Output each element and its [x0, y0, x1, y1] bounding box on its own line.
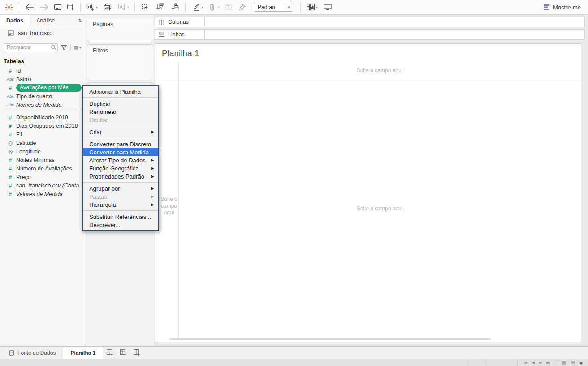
field-name: Nomes de Medida [16, 102, 61, 108]
menu-item-funcao-geografica[interactable]: Função Geográfica ▶ [83, 164, 158, 172]
field-row-avaliacoes-por-mes[interactable]: # Avaliações por Mês [0, 83, 85, 92]
filters-card[interactable]: Filtros [88, 44, 152, 80]
search-input[interactable] [4, 43, 58, 52]
filter-fields-icon[interactable] [61, 45, 67, 51]
drop-field-zone-top[interactable]: Solte o campo aqui [178, 67, 581, 74]
nav-first-icon[interactable]: |◀ [524, 361, 527, 365]
field-name: Tipo de quarto [16, 93, 52, 100]
fit-selector-caret-icon[interactable]: ▼ [285, 3, 293, 11]
menu-item-descrever[interactable]: Descrever... [83, 221, 158, 229]
menu-item-adicionar-a-planilha[interactable]: Adicionar à Planilha [83, 87, 158, 96]
field-row-latitude[interactable]: ◎ Latitude [0, 139, 85, 147]
undo-icon[interactable] [25, 1, 35, 13]
field-row-disponibilidade-2019[interactable]: # Disponibilidade 2019 [0, 113, 85, 122]
field-name: Noites Minimas [16, 157, 54, 163]
view-tiles-icon[interactable]: ▦ [562, 360, 566, 366]
field-row-tipo-de-quarto[interactable]: Abc Tipo de quarto [0, 92, 85, 100]
menu-item-hierarquia[interactable]: Hierarquia ▶ [83, 200, 158, 209]
tab-planilha-1[interactable]: Planilha 1 [63, 347, 103, 359]
view-toggle-icon[interactable]: ▦ [74, 45, 78, 51]
new-worksheet-tab-icon[interactable] [103, 347, 117, 359]
menu-item-criar[interactable]: Criar ▶ [83, 128, 158, 136]
rows-shelf-label: Linhas [155, 29, 205, 40]
field-name: F1 [16, 131, 23, 138]
rows-shelf[interactable]: Linhas [155, 29, 585, 40]
field-row-nomes-de-medida[interactable]: Abc Nomes de Medida [0, 100, 85, 109]
datasource-item[interactable]: san_francisco [0, 26, 85, 40]
field-row-numero-de-avaliacoes[interactable]: # Número de Avaliações [0, 164, 85, 173]
field-name: Número de Avaliações [16, 166, 72, 172]
duplicate-sheet-icon[interactable] [103, 1, 112, 13]
view-cards-icon[interactable]: ▤ [571, 360, 575, 366]
nav-last-icon[interactable]: ▶| [546, 361, 550, 365]
field-name: Latitude [16, 140, 36, 146]
field-row-id[interactable]: # Id [0, 66, 85, 75]
horizontal-scrollbar[interactable] [169, 338, 491, 340]
field-row-valores-de-medida[interactable]: # Valores de Medida [0, 190, 85, 198]
number-icon: # [4, 192, 16, 197]
drop-field-zone-center[interactable]: Solte o campo aqui [178, 205, 581, 212]
drop-field-zone-left[interactable]: Solte o campo aqui [160, 196, 178, 216]
menu-item-propriedades-padrao[interactable]: Propriedades Padrão ▶ [83, 172, 158, 180]
swap-rows-columns-icon[interactable] [140, 1, 149, 13]
new-data-source-icon[interactable] [66, 1, 75, 13]
menu-item-duplicar[interactable]: Duplicar [83, 100, 158, 108]
search-box[interactable] [4, 43, 58, 52]
new-story-tab-icon[interactable] [130, 347, 143, 359]
selected-field-pill[interactable]: Avaliações por Mês [16, 84, 82, 92]
sort-ascending-icon[interactable] [156, 1, 164, 13]
save-icon[interactable] [53, 1, 62, 13]
nav-next-icon[interactable]: ▶ [539, 361, 542, 365]
presentation-mode-icon[interactable] [323, 1, 332, 13]
menu-item-renomear[interactable]: Renomear [83, 108, 158, 116]
field-row-longitude[interactable]: ◎ Longitude [0, 147, 85, 156]
highlight-icon[interactable] [192, 1, 201, 13]
pane-control-icon[interactable]: ⇅ [76, 15, 85, 26]
tableau-logo-icon[interactable] [4, 1, 13, 13]
columns-shelf-dropzone[interactable] [205, 17, 585, 27]
field-row-f1[interactable]: # F1 [0, 130, 85, 139]
number-icon: # [4, 166, 16, 171]
menu-item-substituir-referencias[interactable]: Substituir Referências... [83, 213, 158, 221]
field-row-bairro[interactable]: Abc Bairro [0, 75, 85, 83]
menu-separator [83, 210, 158, 211]
field-name: Disponibilidade 2019 [16, 114, 68, 121]
status-cell [467, 359, 485, 366]
menu-item-converter-para-discreto[interactable]: Converter para Discreto [83, 140, 158, 148]
redo-icon[interactable] [39, 1, 49, 13]
number-icon: # [4, 123, 16, 129]
sort-descending-icon[interactable] [171, 1, 180, 13]
new-dashboard-tab-icon[interactable] [117, 347, 130, 359]
tab-fonte-de-dados[interactable]: Fonte de Dados [0, 347, 63, 359]
new-worksheet-icon[interactable] [86, 1, 95, 13]
highlight-caret-icon[interactable]: ▾ [202, 5, 203, 9]
field-row-preco[interactable]: # Preço [0, 173, 85, 181]
tab-analise[interactable]: Análise [30, 15, 61, 26]
pages-card[interactable]: Páginas [88, 18, 152, 42]
columns-shelf[interactable]: Colunas [155, 17, 585, 27]
sheet-canvas[interactable]: Planilha 1 Solte o campo aqui Solte o ca… [155, 43, 581, 342]
field-row-noites-minimas[interactable]: # Noites Minimas [0, 156, 85, 164]
globe-icon: ◎ [4, 140, 16, 146]
text-icon: Abc [4, 77, 16, 82]
menu-item-agrupar-por[interactable]: Agrupar por ▶ [83, 184, 158, 192]
fit-selector[interactable]: Padrão ▼ [254, 3, 293, 12]
field-row-dias-ocupados-2018[interactable]: # Dias Ocupados em 2018 [0, 122, 85, 130]
number-icon: # [4, 68, 16, 74]
tab-dados[interactable]: Dados [0, 15, 30, 26]
group-members-caret-icon: ▾ [218, 5, 220, 9]
nav-prev-icon[interactable]: ◀ [532, 361, 535, 365]
show-hide-cards-caret-icon[interactable]: ▾ [316, 5, 318, 9]
view-full-icon[interactable]: ■ [579, 360, 583, 366]
submenu-arrow-icon: ▶ [151, 186, 154, 191]
show-me-button[interactable]: Mostre-me [543, 4, 581, 11]
datasource-icon [7, 30, 14, 37]
new-worksheet-caret-icon[interactable]: ▾ [96, 5, 98, 9]
rows-shelf-dropzone[interactable] [205, 29, 585, 40]
field-name: Preço [16, 174, 31, 180]
view-toggle-caret-icon[interactable]: ▾ [79, 46, 81, 50]
show-hide-cards-icon[interactable] [306, 1, 315, 13]
menu-item-converter-para-medida[interactable]: Converter para Medida [83, 148, 158, 156]
menu-item-alterar-tipo-de-dados[interactable]: Alterar Tipo de Dados ▶ [83, 156, 158, 164]
field-row-san-francisco-csv-contagem[interactable]: # san_francisco.csv (Conta... [0, 181, 85, 190]
